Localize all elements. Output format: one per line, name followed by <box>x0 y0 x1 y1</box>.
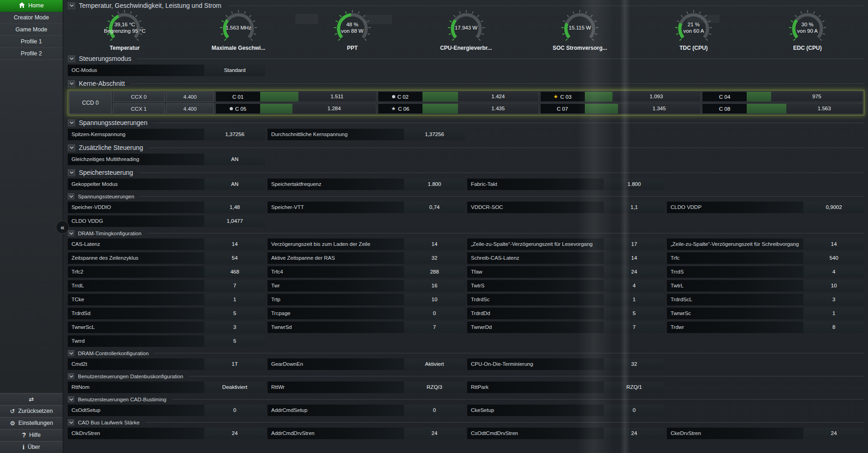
section-divider-line <box>227 6 864 6</box>
section-header-steuerungsmodus: Steuerungsmodus <box>68 55 864 62</box>
field-value[interactable]: 1 <box>204 294 265 305</box>
field-value[interactable]: 14 <box>803 238 864 250</box>
core-cell-c-06[interactable]: ★C 061.435 <box>378 103 539 114</box>
field-value[interactable]: 540 <box>803 252 864 264</box>
field-value[interactable]: Standard <box>204 65 265 76</box>
core-cell-c-04[interactable]: C 04975 <box>702 91 863 102</box>
field-value[interactable]: 4 <box>604 280 665 292</box>
chevron-down-icon[interactable] <box>68 169 75 176</box>
chevron-down-icon[interactable] <box>68 193 74 199</box>
core-cell-c-03[interactable]: ★C 031.093 <box>540 91 701 102</box>
sidebar-item-zur-cksetzen[interactable]: ↺Zurücksetzen <box>0 405 63 417</box>
chevron-down-icon[interactable] <box>68 80 75 87</box>
field-value[interactable]: 1,37256 <box>204 129 265 140</box>
field-value[interactable]: AN <box>204 154 265 165</box>
field-value[interactable]: 3 <box>803 294 864 305</box>
core-cell-c-05[interactable]: C 051.284 <box>215 103 376 114</box>
field-value[interactable]: 0 <box>404 405 465 416</box>
chevron-down-icon[interactable] <box>68 350 74 356</box>
field-value[interactable]: 24 <box>404 428 465 439</box>
core-name-label: C 08 <box>702 104 747 113</box>
field-value[interactable]: 1,37256 <box>404 129 465 140</box>
field-label: Durchschnittliche Kernspannung <box>268 129 404 140</box>
core-cell-c-07[interactable]: C 071.345 <box>540 103 701 114</box>
field-value[interactable]: 1 <box>604 294 665 305</box>
field-value[interactable]: 32 <box>404 252 465 264</box>
field-value[interactable]: 0 <box>404 308 465 319</box>
field-value[interactable]: 1.800 <box>404 179 465 190</box>
field-value[interactable]: 7 <box>604 322 665 333</box>
field-value[interactable]: 1,48 <box>204 202 265 213</box>
field-value[interactable]: 1.800 <box>604 179 665 190</box>
sidebar-view-toggle-button[interactable]: ⇄ <box>0 393 63 405</box>
field-value[interactable]: Deaktiviert <box>204 381 265 393</box>
sidebar-item-ber[interactable]: iÜber <box>0 441 63 453</box>
core-speed-bar <box>422 104 458 113</box>
field-value[interactable]: 24 <box>803 428 864 439</box>
field-value[interactable]: 0 <box>204 405 265 416</box>
core-speed-value: 1.511 <box>298 92 376 101</box>
chevron-down-icon[interactable] <box>68 2 75 9</box>
sidebar-item-home[interactable]: Home <box>0 0 63 12</box>
chevron-down-icon[interactable] <box>68 144 75 151</box>
section-title: DRAM-Timingkonfiguration <box>78 231 142 236</box>
sidebar-item-hilfe[interactable]: ?Hilfe <box>0 429 63 441</box>
field-value[interactable]: 16 <box>404 280 465 292</box>
sidebar-item-creator-mode[interactable]: Creator Mode <box>0 12 63 24</box>
core-cell-c-08[interactable]: C 081.563 <box>702 103 863 114</box>
field-value[interactable]: 24 <box>604 428 665 439</box>
chevron-down-icon[interactable] <box>68 230 74 236</box>
chevron-down-icon[interactable] <box>68 373 74 379</box>
field-value[interactable]: 1,1 <box>604 202 665 213</box>
field-value[interactable]: 17 <box>604 238 665 250</box>
field-value[interactable]: RZQ/1 <box>604 381 665 393</box>
field-value[interactable]: 7 <box>204 280 265 292</box>
sidebar-collapse-button[interactable]: « <box>56 221 69 234</box>
core-speed-bar-zone: 1.511 <box>260 92 376 101</box>
field-value[interactable]: 32 <box>604 358 665 370</box>
chevron-down-icon[interactable] <box>68 55 75 62</box>
field-value[interactable]: 24 <box>604 266 665 278</box>
section-header-speichersteuerung: Speichersteuerung <box>68 169 864 176</box>
chevron-down-icon[interactable] <box>68 396 74 402</box>
section-title: Zusätzliche Steuerung <box>79 144 143 151</box>
sidebar-item-profile-1[interactable]: Profile 1 <box>0 36 63 48</box>
core-cell-c-02[interactable]: C 021.424 <box>378 91 539 102</box>
field-value[interactable]: RZQ/3 <box>404 381 465 393</box>
info-icon: i <box>23 441 24 453</box>
field-value[interactable]: 14 <box>204 238 265 250</box>
sidebar-item-game-mode[interactable]: Game Mode <box>0 24 63 36</box>
field-value[interactable]: 5 <box>204 308 265 319</box>
field-value[interactable]: 54 <box>204 252 265 264</box>
field-value[interactable]: 1T <box>204 358 265 370</box>
field-value[interactable]: 10 <box>404 294 465 305</box>
field-value[interactable]: Aktiviert <box>404 358 465 370</box>
field-value[interactable]: 0 <box>604 405 665 416</box>
field-value[interactable]: AN <box>204 179 265 190</box>
field-row: Trfc2468Trfc4288Tfaw24TrrdS4 <box>68 266 864 278</box>
sidebar-item-einstellungen[interactable]: ⚙Einstellungen <box>0 417 63 429</box>
field-value[interactable]: 8 <box>803 322 864 333</box>
chevron-down-icon[interactable] <box>68 119 75 126</box>
field-value[interactable]: 5 <box>604 308 665 319</box>
field-value[interactable]: 10 <box>803 280 864 292</box>
field-value[interactable]: 0,74 <box>404 202 465 213</box>
field-value[interactable]: 14 <box>604 252 665 264</box>
field-value[interactable]: 7 <box>404 322 465 333</box>
gauge-label: Temperatur <box>110 45 140 51</box>
field-value[interactable]: 1,0477 <box>204 215 265 227</box>
field-value[interactable]: 1 <box>803 308 864 319</box>
field-value[interactable]: 468 <box>204 266 265 278</box>
field-value[interactable]: 4 <box>803 266 864 278</box>
chevron-down-icon[interactable] <box>68 419 74 425</box>
field-value[interactable]: 5 <box>204 335 265 347</box>
field-value[interactable]: 24 <box>204 428 265 439</box>
field-value[interactable]: 3 <box>204 322 265 333</box>
core-name-label: C 07 <box>541 104 585 113</box>
field-value[interactable]: 0,9002 <box>803 202 864 213</box>
core-name-label: C 01 <box>216 92 260 101</box>
field-value[interactable]: 14 <box>404 238 465 250</box>
core-cell-c-01[interactable]: C 011.511 <box>215 91 376 102</box>
field-value[interactable]: 288 <box>404 266 465 278</box>
sidebar-item-profile-2[interactable]: Profile 2 <box>0 48 63 60</box>
